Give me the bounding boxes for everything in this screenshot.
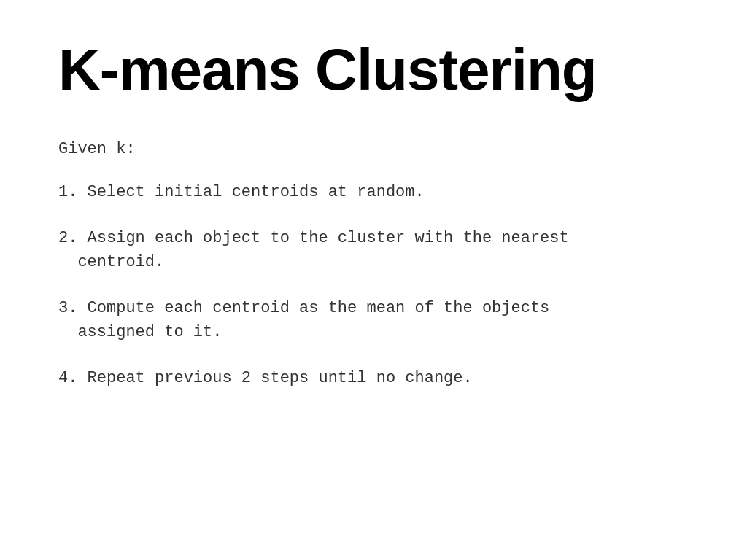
step-3-continuation: assigned to it. [77, 320, 689, 344]
step-1: 1. Select initial centroids at random. [58, 180, 689, 204]
step-1-text: 1. Select initial centroids at random. [58, 180, 689, 204]
step-2: 2. Assign each object to the cluster wit… [58, 226, 689, 274]
slide-title: K-means Clustering [58, 36, 689, 104]
slide: K-means Clustering Given k: 1. Select in… [0, 0, 747, 560]
step-2-text: 2. Assign each object to the cluster wit… [58, 226, 689, 250]
step-4-main: Repeat previous 2 steps until no change. [88, 369, 473, 387]
step-3: 3. Compute each centroid as the mean of … [58, 296, 689, 344]
step-4-number: 4. [58, 369, 77, 387]
step-3-text: 3. Compute each centroid as the mean of … [58, 296, 689, 320]
step-2-continuation: centroid. [77, 250, 689, 274]
step-2-main: Assign each object to the cluster with t… [88, 229, 569, 247]
step-2-number: 2. [58, 229, 77, 247]
step-3-number: 3. [58, 299, 77, 317]
step-1-number: 1. [58, 183, 77, 201]
step-4-text: 4. Repeat previous 2 steps until no chan… [58, 366, 689, 390]
given-label: Given k: [58, 140, 689, 158]
step-1-main: Select initial centroids at random. [88, 183, 425, 201]
step-4: 4. Repeat previous 2 steps until no chan… [58, 366, 689, 390]
step-3-main: Compute each centroid as the mean of the… [88, 299, 550, 317]
